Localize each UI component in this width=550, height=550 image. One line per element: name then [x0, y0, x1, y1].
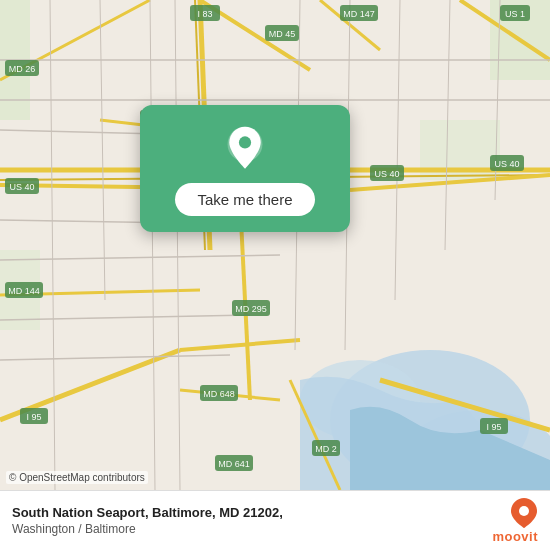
svg-point-76: [519, 506, 529, 516]
take-me-there-button[interactable]: Take me there: [175, 183, 314, 216]
svg-text:MD 648: MD 648: [203, 389, 235, 399]
svg-text:MD 147: MD 147: [343, 9, 375, 19]
svg-text:US 40: US 40: [374, 169, 399, 179]
svg-text:MD 295: MD 295: [235, 304, 267, 314]
svg-text:I 95: I 95: [26, 412, 41, 422]
location-pin-icon: [221, 125, 269, 173]
svg-text:US 1: US 1: [505, 9, 525, 19]
moovit-logo: moovit: [492, 497, 538, 544]
info-bar: South Nation Seaport, Baltimore, MD 2120…: [0, 490, 550, 550]
moovit-pin-icon: [510, 497, 538, 529]
map-container: MD 26 I 83 MD 45 MD 147 US 1 MD 129 US 4…: [0, 0, 550, 490]
svg-point-75: [239, 136, 251, 148]
svg-text:MD 45: MD 45: [269, 29, 296, 39]
map-svg: MD 26 I 83 MD 45 MD 147 US 1 MD 129 US 4…: [0, 0, 550, 490]
svg-text:MD 2: MD 2: [315, 444, 337, 454]
location-sub: Washington / Baltimore: [12, 522, 482, 536]
svg-text:MD 144: MD 144: [8, 286, 40, 296]
svg-text:US 40: US 40: [494, 159, 519, 169]
map-attribution: © OpenStreetMap contributors: [6, 471, 148, 484]
svg-text:US 40: US 40: [9, 182, 34, 192]
popup-card: Take me there: [140, 105, 350, 232]
moovit-brand-text: moovit: [492, 529, 538, 544]
svg-text:MD 641: MD 641: [218, 459, 250, 469]
svg-text:I 83: I 83: [197, 9, 212, 19]
info-text: South Nation Seaport, Baltimore, MD 2120…: [12, 505, 482, 536]
svg-text:MD 26: MD 26: [9, 64, 36, 74]
location-name: South Nation Seaport, Baltimore, MD 2120…: [12, 505, 482, 522]
svg-text:I 95: I 95: [486, 422, 501, 432]
